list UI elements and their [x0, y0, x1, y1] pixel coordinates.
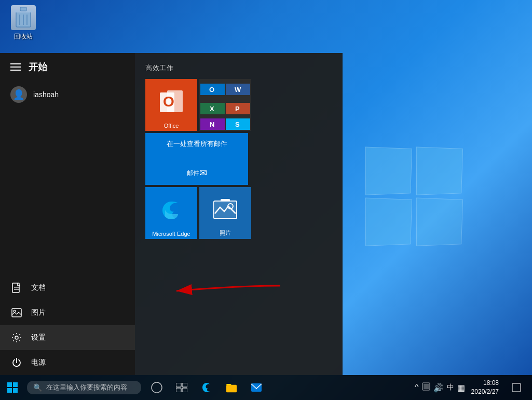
- svg-rect-41: [512, 383, 521, 392]
- onenote-mini-icon: N: [200, 118, 225, 130]
- settings-label: 设置: [31, 333, 46, 342]
- start-header: 开始: [0, 53, 135, 81]
- hamburger-menu-icon[interactable]: [10, 63, 21, 71]
- documents-label: 文档: [31, 283, 46, 292]
- tiles-row-1: O Office O: [145, 79, 332, 185]
- svg-text:O: O: [209, 86, 214, 94]
- taskbar-tray: ^ 🔊 中 ▦ 18:08 2020/2/27: [415, 376, 532, 399]
- start-button[interactable]: [0, 375, 25, 400]
- pictures-icon: [10, 306, 23, 319]
- sidebar-item-power[interactable]: 电源: [0, 350, 135, 375]
- svg-point-11: [15, 336, 18, 339]
- edge-icon: [158, 192, 184, 229]
- clock-date: 2020/2/27: [471, 388, 499, 396]
- tile-edge[interactable]: Microsoft Edge: [145, 187, 197, 239]
- search-icon: 🔍: [33, 383, 42, 392]
- tiles-section-label: 高效工作: [145, 63, 332, 73]
- taskbar-cortana[interactable]: [145, 376, 168, 399]
- start-sidebar: 开始 👤 iashoah 文档: [0, 53, 135, 375]
- outlook-mini-icon: O: [200, 84, 225, 95]
- tray-chevron-icon[interactable]: ^: [415, 383, 419, 392]
- office-icon: O: [145, 84, 197, 121]
- tray-ime-icon[interactable]: 中: [447, 383, 454, 392]
- start-tiles-area: 高效工作 O Office: [135, 53, 343, 375]
- recycle-bin-icon: [11, 5, 36, 30]
- power-label: 电源: [31, 358, 46, 367]
- word-mini-icon: W: [226, 84, 250, 95]
- tray-network-icon[interactable]: [422, 382, 430, 393]
- settings-icon: [10, 331, 23, 344]
- svg-rect-33: [176, 383, 181, 387]
- taskbar-mail[interactable]: [245, 376, 268, 399]
- office-tile-label: Office: [145, 121, 197, 131]
- user-name: iashoah: [33, 90, 59, 99]
- document-icon: [10, 282, 23, 294]
- svg-rect-30: [221, 199, 230, 202]
- svg-rect-35: [176, 388, 181, 392]
- svg-rect-36: [182, 388, 187, 392]
- svg-text:W: W: [235, 86, 241, 94]
- svg-rect-37: [226, 385, 237, 392]
- power-icon: [10, 356, 23, 369]
- tray-language-icon[interactable]: ▦: [457, 383, 465, 393]
- user-profile-item[interactable]: 👤 iashoah: [0, 81, 135, 108]
- tile-office-apps[interactable]: O W X: [199, 79, 251, 131]
- svg-text:O: O: [163, 94, 174, 110]
- excel-mini-icon: X: [200, 103, 225, 114]
- taskbar-task-view[interactable]: [170, 376, 193, 399]
- svg-rect-2: [20, 7, 26, 11]
- tile-mail[interactable]: 在一处查看所有邮件 邮件 ✉: [145, 133, 248, 185]
- system-tray-icons: ^ 🔊 中 ▦: [415, 382, 465, 393]
- tile-photos[interactable]: 照片: [199, 187, 251, 239]
- svg-point-32: [152, 382, 162, 393]
- user-avatar: 👤: [10, 86, 27, 103]
- svg-text:S: S: [235, 121, 240, 128]
- photos-icon: [213, 191, 238, 227]
- sidebar-item-pictures[interactable]: 图片: [0, 300, 135, 325]
- windows-start-icon: [7, 382, 18, 393]
- mail-tile-footer: 邮件 ✉: [187, 167, 207, 179]
- taskbar: 🔍 在这里输入你要搜索的内容: [0, 375, 532, 400]
- svg-rect-40: [424, 384, 429, 389]
- tile-office[interactable]: O Office: [145, 79, 197, 131]
- taskbar-file-explorer[interactable]: [220, 376, 243, 399]
- svg-rect-9: [12, 309, 21, 317]
- edge-tile-label: Microsoft Edge: [145, 229, 197, 239]
- pictures-label: 图片: [31, 308, 46, 317]
- clock-time: 18:08: [483, 379, 499, 388]
- taskbar-clock[interactable]: 18:08 2020/2/27: [467, 379, 503, 396]
- recycle-bin[interactable]: 回收站: [5, 5, 42, 41]
- desktop: 回收站 开始 👤 iashoah: [0, 0, 532, 400]
- taskbar-search[interactable]: 🔍 在这里输入你要搜索的内容: [27, 381, 141, 394]
- svg-text:X: X: [210, 105, 214, 113]
- svg-text:P: P: [235, 105, 240, 113]
- start-menu: 开始 👤 iashoah 文档: [0, 53, 343, 375]
- svg-text:N: N: [210, 121, 214, 128]
- search-placeholder-text: 在这里输入你要搜索的内容: [46, 383, 127, 392]
- photos-tile-label: 照片: [199, 227, 251, 239]
- ppt-mini-icon: P: [226, 103, 250, 114]
- sidebar-item-documents[interactable]: 文档: [0, 275, 135, 300]
- svg-rect-34: [182, 383, 187, 387]
- mail-tile-title: 在一处查看所有邮件: [167, 139, 227, 149]
- taskbar-edge[interactable]: [195, 376, 218, 399]
- tray-volume-icon[interactable]: 🔊: [433, 383, 444, 393]
- svg-rect-38: [251, 383, 262, 392]
- mail-envelope-icon: ✉: [199, 167, 207, 179]
- sidebar-item-settings[interactable]: 设置: [0, 325, 135, 350]
- recycle-bin-label: 回收站: [14, 32, 33, 41]
- taskbar-items: [145, 376, 268, 399]
- windows-logo-decoration: [366, 148, 470, 252]
- notification-center-button[interactable]: [505, 376, 528, 399]
- tiles-row-2: Microsoft Edge 照片: [145, 187, 332, 239]
- skype-mini-icon: S: [226, 118, 250, 130]
- start-label: 开始: [29, 61, 47, 73]
- mail-label: 邮件: [187, 169, 199, 178]
